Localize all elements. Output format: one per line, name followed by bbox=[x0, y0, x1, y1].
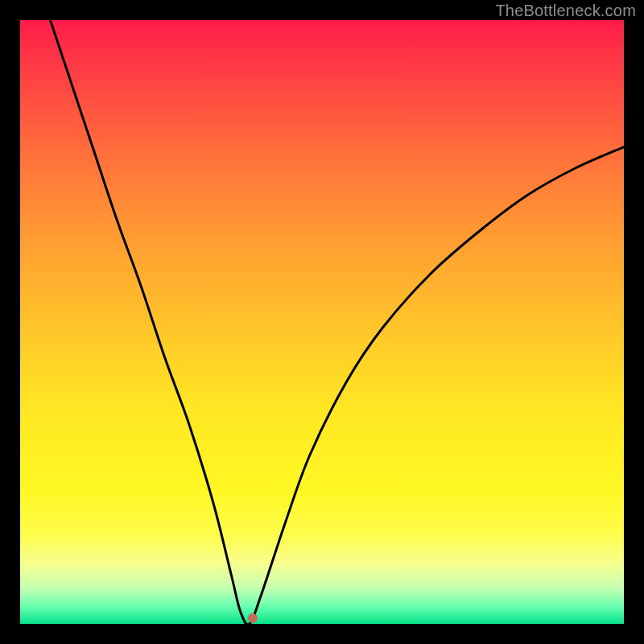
plot-area bbox=[20, 20, 624, 624]
chart-frame: TheBottleneck.com bbox=[0, 0, 644, 644]
watermark-text: TheBottleneck.com bbox=[495, 2, 636, 20]
bottleneck-curve bbox=[20, 20, 624, 624]
optimum-marker bbox=[248, 613, 258, 623]
